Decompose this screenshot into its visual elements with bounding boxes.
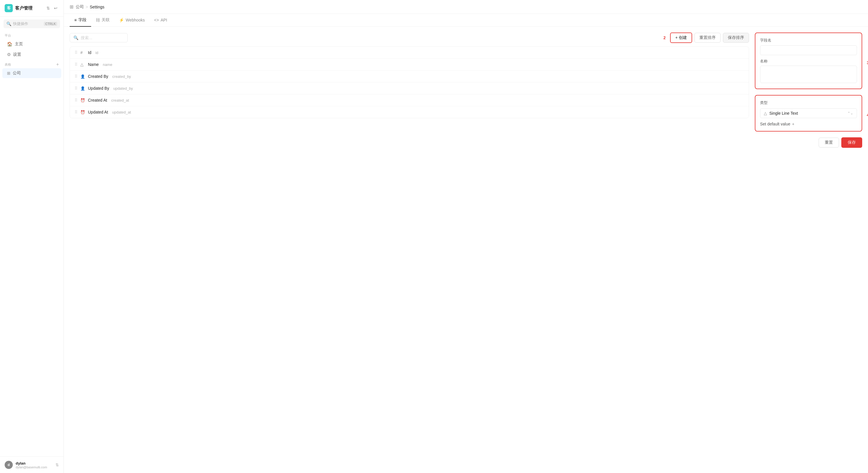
user-email: dylan@basemulti.com — [16, 466, 53, 469]
tab-fields[interactable]: ≡ 字段 — [70, 14, 91, 27]
table-icon: ⊞ — [7, 71, 10, 76]
table-section-header: 表格 + — [0, 60, 64, 68]
field-name-updated-at: Updated At — [88, 110, 108, 114]
topbar: ⊞ 公司 > Settings — [64, 0, 868, 14]
field-name-section: 字段名 名称 — [755, 32, 862, 89]
field-type-updated-by-icon: 👤 — [81, 86, 85, 91]
quick-action-search[interactable]: 🔍 快捷操作 CTRLK — [3, 20, 60, 28]
tab-bar: ≡ 字段 ⛓ 关联 ⚡ Webhooks <> API — [64, 14, 868, 27]
reset-order-button[interactable]: 重置排序 — [694, 33, 720, 43]
search-input[interactable] — [81, 35, 124, 40]
name-textarea[interactable] — [760, 66, 857, 83]
type-select-value: △ Single Line Text — [764, 111, 798, 116]
field-type-id-icon: # — [81, 50, 85, 55]
breadcrumb-current: Settings — [90, 5, 104, 9]
sidebar-item-settings-label: 设置 — [13, 52, 21, 57]
sidebar-item-home[interactable]: 🏠 主页 — [2, 39, 61, 49]
breadcrumb-table: 公司 — [76, 4, 84, 9]
editor-actions: 重置 保存 5 — [755, 137, 862, 148]
table-row[interactable]: ⠿ ⏰ Updated At updated_at — [70, 106, 749, 118]
app-icon: 客 — [5, 4, 13, 12]
set-default-button[interactable]: Set default value + — [760, 122, 794, 126]
field-name-input[interactable] — [760, 45, 857, 55]
field-type-created-at-icon: ⏰ — [81, 98, 85, 102]
main-content: ⊞ 公司 > Settings ≡ 字段 ⛓ 关联 ⚡ Webhooks <> … — [64, 0, 868, 473]
type-section: 类型 △ Single Line Text ⌃⌄ Set default val… — [755, 95, 862, 131]
tab-api[interactable]: <> API — [150, 14, 172, 26]
sidebar-item-company[interactable]: ⊞ 公司 — [2, 68, 61, 78]
expand-icon[interactable]: ⇅ — [45, 5, 51, 11]
drag-handle-icon[interactable]: ⠿ — [74, 74, 78, 79]
create-field-button[interactable]: + 创建 — [670, 32, 692, 43]
table-row[interactable]: ⠿ 👤 Created By created_by — [70, 70, 749, 83]
field-list-panel: 🔍 2 + 创建 重置排序 保存排序 ⠿ # Id — [70, 32, 749, 467]
topbar-table-icon: ⊞ — [70, 4, 73, 9]
webhooks-tab-icon: ⚡ — [119, 18, 124, 22]
app-title: 客户管理 — [15, 5, 43, 11]
back-icon[interactable]: ↩ — [53, 5, 59, 11]
sidebar-item-home-label: 主页 — [15, 41, 23, 47]
tab-relations-label: 关联 — [101, 18, 110, 23]
search-label: 快捷操作 — [13, 21, 42, 26]
drag-handle-icon[interactable]: ⠿ — [74, 50, 78, 55]
drag-handle-icon[interactable]: ⠿ — [74, 62, 78, 67]
tab-api-label: API — [160, 18, 167, 22]
field-name-section-label: 字段名 — [760, 38, 857, 43]
drag-handle-icon[interactable]: ⠿ — [74, 110, 78, 114]
drag-handle-icon[interactable]: ⠿ — [74, 86, 78, 91]
field-list: ⠿ # Id id ⠿ △ Name name ⠿ 👤 Created By c… — [70, 47, 749, 118]
tab-relations[interactable]: ⛓ 关联 — [91, 14, 114, 27]
home-icon: 🏠 — [7, 41, 12, 47]
editor-reset-button[interactable]: 重置 — [819, 138, 839, 148]
sidebar-item-company-label: 公司 — [13, 70, 21, 76]
save-order-button[interactable]: 保存排序 — [723, 33, 749, 43]
toolbar-buttons: 2 + 创建 重置排序 保存排序 — [661, 32, 749, 43]
type-section-label: 类型 — [760, 100, 857, 106]
search-icon: 🔍 — [73, 35, 79, 40]
name-sublabel: 名称 — [760, 59, 857, 64]
search-icon: 🔍 — [6, 22, 11, 26]
relations-tab-icon: ⛓ — [96, 18, 100, 22]
expand-chevron-icon: ⇅ — [55, 463, 59, 467]
field-type-created-by-icon: 👤 — [81, 74, 85, 79]
step3-badge: 3 — [867, 60, 868, 65]
table-row[interactable]: ⠿ ⏰ Created At created_at — [70, 94, 749, 106]
field-name-section-wrapper: 字段名 名称 3 — [755, 32, 862, 92]
field-key-name: name — [103, 62, 112, 67]
sidebar-item-settings[interactable]: ⚙ 设置 — [2, 50, 61, 60]
field-name-updated-by: Updated By — [88, 86, 109, 91]
field-name-name: Name — [88, 62, 99, 67]
table-row[interactable]: ⠿ # Id id — [70, 47, 749, 59]
field-name-created-at: Created At — [88, 98, 107, 102]
type-value-label: Single Line Text — [769, 111, 798, 116]
chevron-down-icon: ⌃⌄ — [847, 111, 853, 115]
type-section-wrapper: 类型 △ Single Line Text ⌃⌄ Set default val… — [755, 95, 862, 135]
type-value-icon: △ — [764, 111, 767, 116]
type-select-dropdown[interactable]: △ Single Line Text ⌃⌄ — [760, 108, 857, 118]
platform-section-label: 平台 — [0, 31, 64, 39]
set-default-label: Set default value — [760, 122, 790, 126]
table-row[interactable]: ⠿ 👤 Updated By updated_by — [70, 83, 749, 94]
table-section-label: 表格 — [5, 62, 11, 67]
sidebar: 客 客户管理 ⇅ ↩ 🔍 快捷操作 CTRLK 平台 🏠 主页 ⚙ 设置 表格 … — [0, 0, 64, 473]
tab-webhooks[interactable]: ⚡ Webhooks — [114, 14, 150, 26]
field-search-bar[interactable]: 🔍 — [70, 33, 128, 42]
field-type-updated-at-icon: ⏰ — [81, 110, 85, 114]
add-table-button[interactable]: + — [56, 62, 59, 67]
field-key-updated-at: updated_at — [112, 110, 131, 114]
breadcrumb-separator: > — [86, 5, 88, 9]
field-key-created-at: created_at — [111, 98, 129, 102]
field-editor-panel: 字段名 名称 3 类型 △ Single Line Text ⌃⌄ — [755, 32, 862, 467]
user-profile[interactable]: d dylan dylan@basemulti.com ⇅ — [0, 456, 64, 473]
step2-badge: 2 — [661, 34, 668, 41]
sidebar-header: 客 客户管理 ⇅ ↩ — [0, 0, 64, 17]
user-info: dylan dylan@basemulti.com — [16, 461, 53, 469]
field-key-id: id — [95, 51, 98, 55]
table-row[interactable]: ⠿ △ Name name — [70, 59, 749, 70]
editor-save-button[interactable]: 保存 — [841, 137, 862, 148]
drag-handle-icon[interactable]: ⠿ — [74, 98, 78, 102]
content-area: 🔍 2 + 创建 重置排序 保存排序 ⠿ # Id — [64, 27, 868, 473]
search-shortcut: CTRLK — [44, 22, 57, 26]
step4-badge: 4 — [867, 112, 868, 117]
field-type-name-icon: △ — [81, 62, 85, 67]
